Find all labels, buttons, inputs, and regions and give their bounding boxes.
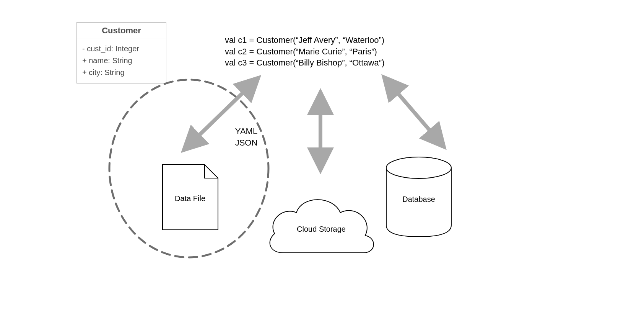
database-label: Database — [402, 195, 435, 203]
arrow-to-database — [390, 84, 438, 140]
arrow-to-datafile — [190, 84, 252, 144]
diagram-svg: Data File Cloud Storage Database — [0, 0, 644, 311]
datafile-icon: Data File — [163, 165, 218, 230]
datafile-label: Data File — [175, 194, 205, 203]
cloud-icon: Cloud Storage — [270, 200, 374, 253]
database-icon: Database — [386, 157, 451, 237]
svg-point-2 — [386, 157, 451, 178]
cloud-label: Cloud Storage — [297, 225, 346, 233]
